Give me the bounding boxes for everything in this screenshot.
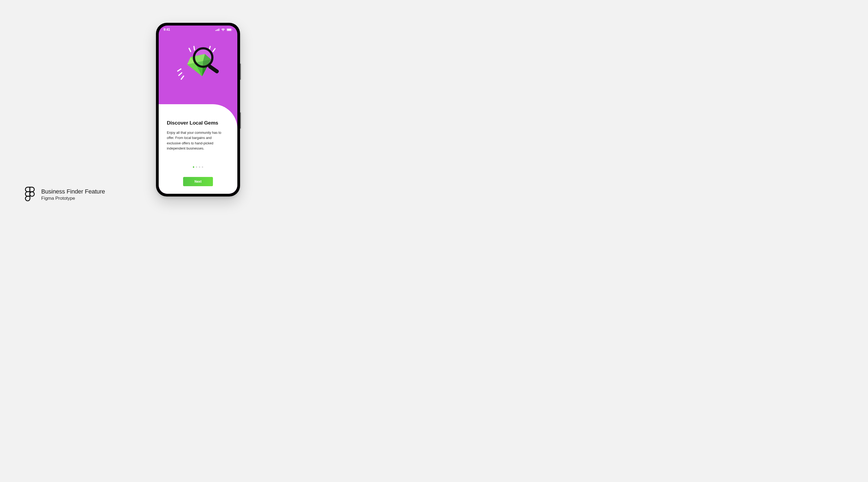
caption-subtitle: Figma Prototype (41, 196, 105, 201)
onboarding-body: Enjoy all that your community has to off… (167, 130, 226, 151)
status-indicators (215, 28, 232, 31)
svg-rect-0 (215, 30, 216, 31)
svg-line-13 (213, 49, 215, 52)
svg-rect-1 (216, 30, 217, 31)
svg-rect-5 (227, 29, 231, 31)
svg-line-7 (178, 69, 181, 71)
hero-illustration (159, 26, 237, 107)
phone-screen: 9:41 (159, 26, 237, 194)
svg-rect-2 (218, 29, 218, 31)
page-dot[interactable] (193, 167, 194, 168)
svg-line-10 (189, 48, 191, 52)
caption-title: Business Finder Feature (41, 188, 105, 195)
wifi-icon (221, 28, 225, 31)
page-dot[interactable] (202, 167, 203, 168)
svg-point-21 (194, 48, 212, 67)
page-dot[interactable] (196, 167, 197, 168)
page-indicator (159, 167, 237, 168)
svg-rect-22 (208, 64, 219, 74)
svg-line-11 (194, 47, 194, 50)
figma-icon (24, 186, 35, 203)
svg-point-23 (30, 192, 34, 197)
svg-rect-6 (232, 29, 232, 30)
battery-icon (226, 28, 232, 31)
next-button[interactable]: Next (183, 177, 213, 186)
svg-line-9 (181, 76, 184, 79)
cellular-icon (215, 28, 220, 31)
onboarding-heading: Discover Local Gems (167, 120, 229, 126)
svg-line-8 (179, 73, 182, 76)
svg-rect-3 (219, 29, 219, 31)
status-time: 9:41 (163, 28, 170, 31)
project-caption: Business Finder Feature Figma Prototype (24, 186, 105, 203)
page-dot[interactable] (199, 167, 200, 168)
onboarding-sheet: Discover Local Gems Enjoy all that your … (159, 104, 237, 194)
status-bar: 9:41 (159, 26, 237, 34)
phone-frame: 9:41 (156, 23, 240, 197)
